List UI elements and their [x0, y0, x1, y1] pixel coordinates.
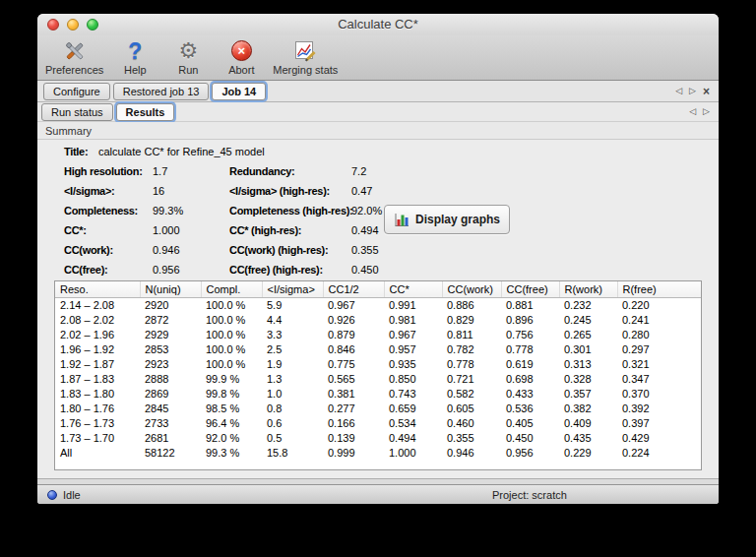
window-title: Calculate CC* — [37, 14, 719, 35]
tab-job-14[interactable]: Job 14 — [212, 83, 266, 100]
preferences-tools-icon — [63, 38, 87, 63]
column-header[interactable]: R(work) — [559, 281, 617, 297]
display-graphs-button[interactable]: Display graphs — [384, 205, 510, 234]
table-cell: 0.429 — [617, 431, 701, 446]
table-cell: 100.0 % — [201, 328, 262, 342]
zoom-window-button[interactable] — [87, 19, 98, 31]
table-cell: 92.0 % — [201, 431, 262, 446]
toolbar-button-run[interactable]: ⚙ Run — [166, 38, 210, 76]
table-row[interactable]: 2.02 – 1.962929100.0 %3.30.8790.9670.811… — [55, 328, 701, 342]
summary-block: Title: calculate CC* for Refine_45 model… — [64, 142, 382, 279]
table-cell: 2888 — [140, 372, 201, 387]
table-cell: 0.956 — [501, 446, 559, 461]
table-cell: 2845 — [140, 402, 201, 416]
project-label: Project: scratch — [492, 489, 567, 501]
table-row[interactable]: 1.87 – 1.83288899.9 %1.30.5650.8500.7210… — [55, 372, 701, 387]
table-cell: 0.433 — [501, 387, 559, 402]
summary-value: 99.3% — [153, 201, 229, 220]
table-row[interactable]: 1.76 – 1.73273396.4 %0.60.1660.5340.4600… — [55, 416, 701, 431]
table-cell: 2.08 – 2.02 — [55, 313, 140, 328]
table-cell: 0.659 — [384, 402, 442, 416]
table-row[interactable]: 1.83 – 1.80286999.8 %1.00.3810.7430.5820… — [55, 387, 701, 402]
table-cell: 0.6 — [262, 416, 323, 431]
table-row[interactable]: 1.96 – 1.922853100.0 %2.50.8460.9570.782… — [55, 342, 701, 357]
summary-label: Redundancy: — [229, 161, 351, 181]
table-row[interactable]: 2.14 – 2.082920100.0 %5.90.9670.9910.886… — [55, 297, 701, 313]
abort-x-icon: × — [231, 38, 252, 63]
summary-value: 0.946 — [153, 240, 229, 260]
table-row[interactable]: All5812299.3 %15.80.9991.0000.9460.9560.… — [55, 446, 701, 461]
column-header[interactable]: N(uniq) — [140, 281, 201, 297]
tab-configure[interactable]: Configure — [43, 83, 110, 100]
status-indicator-icon — [47, 490, 57, 500]
table-cell: 0.229 — [559, 446, 617, 461]
table-row[interactable]: 2.08 – 2.022872100.0 %4.40.9260.9810.829… — [55, 313, 701, 328]
tab-results[interactable]: Results — [116, 103, 175, 121]
display-graphs-label: Display graphs — [415, 213, 500, 226]
column-header[interactable]: CC1/2 — [323, 281, 384, 297]
close-window-button[interactable] — [47, 19, 59, 31]
table-cell: 0.946 — [442, 446, 501, 461]
traffic-lights — [47, 19, 98, 31]
toolbar-button-merging-stats[interactable]: Merging stats — [273, 38, 338, 76]
column-header[interactable]: R(free) — [617, 281, 701, 297]
results-table[interactable]: Reso.N(uniq)Compl.<I/sigma>CC1/2CC*CC(wo… — [54, 280, 702, 470]
table-row[interactable]: 1.92 – 1.872923100.0 %1.90.7750.9350.778… — [55, 357, 701, 372]
table-cell: 0.435 — [559, 431, 617, 446]
column-header[interactable]: Reso. — [55, 281, 140, 297]
table-cell: 0.999 — [323, 446, 384, 461]
tab-nav-controls: ◁ ▷ × — [675, 86, 710, 97]
summary-label: <I/sigma> (high-res): — [229, 181, 351, 201]
table-cell: 0.582 — [442, 387, 501, 402]
table-cell: 0.265 — [559, 328, 617, 342]
table-cell: 0.297 — [617, 342, 701, 357]
tab-scroll-right-icon[interactable]: ▷ — [689, 87, 696, 95]
tab-close-icon[interactable]: × — [703, 86, 710, 97]
table-cell: 1.9 — [262, 357, 323, 372]
merging-stats-chart-icon — [293, 38, 317, 63]
toolbar-button-help[interactable]: ? Help — [113, 38, 157, 76]
tab-run-status[interactable]: Run status — [41, 103, 113, 121]
table-cell: 0.881 — [501, 297, 559, 313]
table-cell: 5.9 — [262, 297, 323, 313]
summary-value: 0.47 — [351, 181, 382, 201]
table-cell: 2853 — [140, 342, 201, 357]
toolbar-button-preferences[interactable]: Preferences — [45, 38, 103, 76]
column-header[interactable]: CC(work) — [442, 281, 501, 297]
table-cell: 1.87 – 1.83 — [55, 372, 140, 387]
table-row[interactable]: 1.73 – 1.70268192.0 %0.50.1390.4940.3550… — [55, 431, 701, 446]
table-cell: All — [55, 446, 140, 461]
column-header[interactable]: Compl. — [201, 281, 262, 297]
table-cell: 1.83 – 1.80 — [55, 387, 140, 402]
table-cell: 0.5 — [262, 431, 323, 446]
tab-restored-job-13[interactable]: Restored job 13 — [113, 83, 210, 100]
summary-label: CC(work): — [64, 240, 153, 260]
column-header[interactable]: <I/sigma> — [262, 281, 323, 297]
column-header[interactable]: CC* — [384, 281, 442, 297]
minimize-window-button[interactable] — [67, 19, 79, 31]
table-cell: 0.743 — [384, 387, 442, 402]
table-cell: 0.409 — [559, 416, 617, 431]
table-row[interactable]: 1.80 – 1.76284598.5 %0.80.2770.6590.6050… — [55, 402, 701, 416]
toolbar-button-abort[interactable]: × Abort — [220, 38, 263, 76]
result-tab-bar: Run status Results ◁ ▷ — [37, 102, 719, 122]
table-cell: 0.321 — [617, 357, 701, 372]
table-cell: 0.811 — [442, 328, 501, 342]
table-cell: 96.4 % — [201, 416, 262, 431]
table-cell: 2.5 — [262, 342, 323, 357]
subtab-scroll-left-icon[interactable]: ◁ — [689, 107, 696, 116]
table-cell: 0.605 — [442, 402, 501, 416]
table-cell: 0.381 — [323, 387, 384, 402]
table-cell: 99.9 % — [201, 372, 262, 387]
tab-scroll-left-icon[interactable]: ◁ — [675, 87, 682, 95]
table-cell: 2929 — [140, 328, 201, 342]
table-cell: 0.782 — [442, 342, 501, 357]
column-header[interactable]: CC(free) — [501, 281, 559, 297]
table-cell: 2.14 – 2.08 — [55, 297, 140, 313]
toolbar-label: Run — [178, 64, 198, 76]
subtab-nav-controls: ◁ ▷ — [689, 107, 710, 116]
table-cell: 1.92 – 1.87 — [55, 357, 140, 372]
title-bar[interactable]: Calculate CC* — [37, 14, 719, 35]
table-cell: 0.355 — [442, 431, 501, 446]
subtab-scroll-right-icon[interactable]: ▷ — [703, 107, 710, 116]
